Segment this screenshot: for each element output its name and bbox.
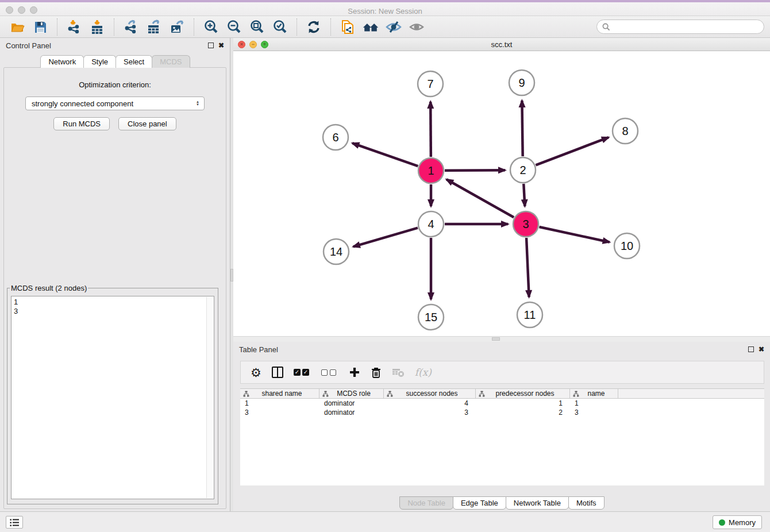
select-all-columns-icon[interactable]: ✓✓ xyxy=(294,369,311,376)
unselect-all-columns-icon[interactable] xyxy=(321,369,338,376)
network-window-title: scc.txt xyxy=(233,40,770,49)
graph-edge-1-7[interactable] xyxy=(430,102,431,157)
tab-network[interactable]: Network xyxy=(40,55,84,68)
graph-node-11[interactable]: 11 xyxy=(517,302,542,327)
criterion-dropdown[interactable]: strongly connected component ▲▼ xyxy=(25,97,205,110)
float-table-panel-icon[interactable] xyxy=(748,346,754,352)
graph-edge-2-9[interactable] xyxy=(522,101,522,156)
table-cell[interactable]: 1 xyxy=(570,399,618,408)
close-panel-icon[interactable]: ✖ xyxy=(218,43,224,48)
tab-select[interactable]: Select xyxy=(116,55,152,68)
dropdown-stepper-icon: ▲▼ xyxy=(196,101,199,106)
search-input[interactable] xyxy=(614,22,759,31)
network-window-titlebar: × − + scc.txt xyxy=(233,38,770,51)
tab-mcds[interactable]: MCDS xyxy=(152,55,190,68)
table-cell[interactable]: 3 xyxy=(570,408,618,417)
tab-style[interactable]: Style xyxy=(83,55,116,68)
hide-eye-icon[interactable] xyxy=(385,18,402,36)
zoom-fit-icon[interactable] xyxy=(248,18,265,36)
main-toolbar xyxy=(0,16,770,38)
mcds-result-area[interactable]: 1 3 xyxy=(11,296,214,499)
control-panel-tabs: NetworkStyleSelectMCDS xyxy=(0,55,230,68)
column-header-name[interactable]: name xyxy=(570,389,618,398)
search-field[interactable] xyxy=(596,20,764,34)
save-session-icon[interactable] xyxy=(32,18,49,36)
tab-motifs[interactable]: Motifs xyxy=(568,496,605,510)
graph-edge-3-10[interactable] xyxy=(539,227,609,242)
close-table-panel-icon[interactable]: ✖ xyxy=(759,346,764,352)
memory-status-icon xyxy=(719,519,725,526)
zoom-out-icon[interactable] xyxy=(225,18,242,36)
column-header-successor-nodes[interactable]: successor nodes xyxy=(384,389,476,398)
splitter-grip[interactable] xyxy=(492,337,500,341)
horizontal-splitter[interactable] xyxy=(233,336,770,342)
table-cell[interactable]: 3 xyxy=(240,408,319,417)
result-scrollbar[interactable] xyxy=(206,297,213,498)
table-header: shared nameMCDS rolesuccessor nodesprede… xyxy=(240,388,764,399)
svg-text:6: 6 xyxy=(332,131,338,144)
graph-node-14[interactable]: 14 xyxy=(324,239,349,264)
refresh-icon[interactable] xyxy=(305,18,322,36)
graph-node-1[interactable]: 1 xyxy=(418,158,444,183)
graph-node-6[interactable]: 6 xyxy=(323,125,348,150)
run-mcds-button[interactable]: Run MCDS xyxy=(53,117,110,130)
graph-edge-2-8[interactable] xyxy=(536,137,609,165)
add-column-icon[interactable] xyxy=(349,367,360,378)
close-panel-button[interactable]: Close panel xyxy=(118,117,176,130)
task-history-button[interactable] xyxy=(6,516,23,529)
graph-node-8[interactable]: 8 xyxy=(613,118,638,144)
table-settings-icon[interactable]: ⚙ xyxy=(251,367,261,379)
show-columns-icon[interactable] xyxy=(272,367,283,378)
table-cell[interactable]: 1 xyxy=(240,399,319,408)
memory-label: Memory xyxy=(729,518,756,527)
graph-node-10[interactable]: 10 xyxy=(614,233,640,259)
tab-node-table[interactable]: Node Table xyxy=(399,496,453,510)
graph-node-15[interactable]: 15 xyxy=(418,304,444,330)
column-header-predecessor-nodes[interactable]: predecessor nodes xyxy=(476,389,570,398)
mcds-panel: Optimization criterion: strongly connect… xyxy=(3,67,226,509)
network-canvas[interactable]: 7968124314101511 xyxy=(233,51,770,336)
graph-edge-4-14[interactable] xyxy=(353,228,418,247)
table-cell[interactable]: 2 xyxy=(476,408,570,417)
export-network-icon[interactable] xyxy=(122,18,140,36)
table-row[interactable]: 3dominator323 xyxy=(240,408,764,417)
table-cell[interactable]: 4 xyxy=(384,399,476,408)
zoom-in-icon[interactable] xyxy=(202,18,220,36)
svg-text:8: 8 xyxy=(622,125,628,137)
import-network-icon[interactable] xyxy=(66,18,83,36)
graph-edge-1-2[interactable] xyxy=(445,170,505,171)
table-cell[interactable]: 3 xyxy=(384,408,476,417)
network-file-icon[interactable] xyxy=(339,18,356,36)
graph-edge-1-6[interactable] xyxy=(352,143,418,166)
export-table-icon[interactable] xyxy=(145,18,163,36)
graph-node-2[interactable]: 2 xyxy=(510,157,536,183)
graph-node-9[interactable]: 9 xyxy=(509,70,534,95)
tab-network-table[interactable]: Network Table xyxy=(506,496,569,510)
memory-button[interactable]: Memory xyxy=(713,515,762,529)
export-image-icon[interactable] xyxy=(168,18,186,36)
column-header-MCDS-role[interactable]: MCDS role xyxy=(319,389,384,398)
graph-edge-3-11[interactable] xyxy=(526,238,529,297)
svg-text:1: 1 xyxy=(428,164,434,177)
open-session-icon[interactable] xyxy=(9,18,26,36)
tab-edge-table[interactable]: Edge Table xyxy=(453,496,506,510)
graph-node-7[interactable]: 7 xyxy=(418,71,443,97)
table-cell[interactable]: 1 xyxy=(476,399,570,408)
toolbar-divider xyxy=(330,18,331,36)
table-cell[interactable]: dominator xyxy=(319,408,384,417)
delete-column-icon[interactable] xyxy=(371,367,382,379)
graph-edge-3-1[interactable] xyxy=(446,179,514,217)
graph-node-3[interactable]: 3 xyxy=(513,211,538,237)
svg-text:9: 9 xyxy=(518,76,525,89)
graph-edge-2-3[interactable] xyxy=(523,184,525,206)
zoom-selected-icon[interactable] xyxy=(271,18,288,36)
table-cell[interactable]: dominator xyxy=(319,399,384,408)
home-icon[interactable] xyxy=(362,18,379,36)
svg-text:4: 4 xyxy=(428,218,434,230)
show-eye-icon[interactable] xyxy=(408,18,425,36)
float-panel-icon[interactable] xyxy=(208,43,214,48)
column-header-shared-name[interactable]: shared name xyxy=(240,389,319,398)
graph-node-4[interactable]: 4 xyxy=(418,211,444,237)
import-table-icon[interactable] xyxy=(88,18,106,36)
table-row[interactable]: 1dominator411 xyxy=(240,399,764,408)
